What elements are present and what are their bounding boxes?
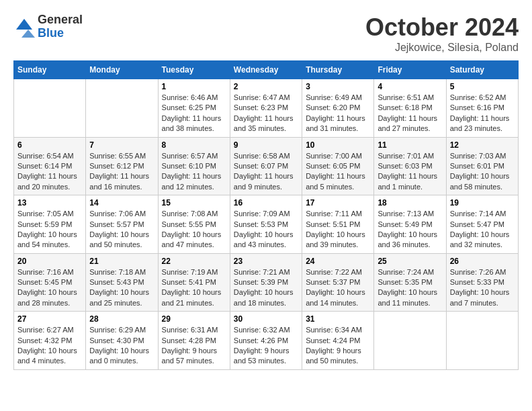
logo-icon <box>13 16 35 38</box>
calendar-cell: 9Sunrise: 6:58 AM Sunset: 6:07 PM Daylig… <box>230 137 302 195</box>
day-info: Sunrise: 6:52 AM Sunset: 6:16 PM Dayligh… <box>450 93 515 134</box>
day-of-week-header: Monday <box>86 61 158 79</box>
calendar-cell: 3Sunrise: 6:49 AM Sunset: 6:20 PM Daylig… <box>302 79 374 138</box>
svg-marker-0 <box>16 19 32 30</box>
calendar-cell: 29Sunrise: 6:31 AM Sunset: 4:28 PM Dayli… <box>158 312 230 370</box>
day-number: 20 <box>17 257 82 266</box>
page-header: General Blue October 2024 Jejkowice, Sil… <box>13 13 519 54</box>
day-info: Sunrise: 6:54 AM Sunset: 6:14 PM Dayligh… <box>17 151 82 193</box>
calendar-week-row: 1Sunrise: 6:46 AM Sunset: 6:25 PM Daylig… <box>14 79 519 138</box>
day-number: 31 <box>306 314 370 324</box>
calendar-header: SundayMondayTuesdayWednesdayThursdayFrid… <box>14 61 519 79</box>
day-number: 30 <box>234 314 298 324</box>
calendar-cell: 28Sunrise: 6:29 AM Sunset: 4:30 PM Dayli… <box>86 312 158 370</box>
calendar-cell <box>446 312 518 370</box>
calendar-cell <box>374 312 446 370</box>
day-info: Sunrise: 6:49 AM Sunset: 6:20 PM Dayligh… <box>306 93 370 134</box>
day-number: 27 <box>17 314 82 324</box>
day-number: 23 <box>234 257 298 266</box>
location: Jejkowice, Silesia, Poland <box>365 42 519 54</box>
logo: General Blue <box>13 13 83 40</box>
calendar-cell: 16Sunrise: 7:09 AM Sunset: 5:53 PM Dayli… <box>230 195 302 254</box>
day-number: 7 <box>89 140 154 150</box>
day-of-week-header: Wednesday <box>230 61 302 79</box>
day-info: Sunrise: 6:55 AM Sunset: 6:12 PM Dayligh… <box>89 151 154 193</box>
day-info: Sunrise: 7:09 AM Sunset: 5:53 PM Dayligh… <box>234 209 298 250</box>
calendar-cell: 22Sunrise: 7:19 AM Sunset: 5:41 PM Dayli… <box>158 253 230 312</box>
day-number: 15 <box>162 198 226 208</box>
calendar-cell: 14Sunrise: 7:06 AM Sunset: 5:57 PM Dayli… <box>86 195 158 254</box>
day-info: Sunrise: 7:06 AM Sunset: 5:57 PM Dayligh… <box>89 209 154 250</box>
calendar-cell: 19Sunrise: 7:14 AM Sunset: 5:47 PM Dayli… <box>446 195 518 254</box>
day-number: 29 <box>162 314 226 324</box>
calendar-table: SundayMondayTuesdayWednesdayThursdayFrid… <box>13 60 519 370</box>
day-info: Sunrise: 7:13 AM Sunset: 5:49 PM Dayligh… <box>378 209 442 250</box>
calendar-week-row: 20Sunrise: 7:16 AM Sunset: 5:45 PM Dayli… <box>14 253 519 312</box>
day-info: Sunrise: 6:46 AM Sunset: 6:25 PM Dayligh… <box>162 93 226 134</box>
day-number: 26 <box>450 257 515 266</box>
day-info: Sunrise: 7:19 AM Sunset: 5:41 PM Dayligh… <box>162 267 226 309</box>
calendar-week-row: 13Sunrise: 7:05 AM Sunset: 5:59 PM Dayli… <box>14 195 519 254</box>
day-info: Sunrise: 6:29 AM Sunset: 4:30 PM Dayligh… <box>89 325 154 367</box>
calendar-cell: 20Sunrise: 7:16 AM Sunset: 5:45 PM Dayli… <box>14 253 86 312</box>
calendar-week-row: 6Sunrise: 6:54 AM Sunset: 6:14 PM Daylig… <box>14 137 519 195</box>
calendar-cell: 31Sunrise: 6:34 AM Sunset: 4:24 PM Dayli… <box>302 312 374 370</box>
day-number: 11 <box>378 140 442 150</box>
day-info: Sunrise: 7:18 AM Sunset: 5:43 PM Dayligh… <box>89 267 154 309</box>
days-of-week-row: SundayMondayTuesdayWednesdayThursdayFrid… <box>14 61 519 79</box>
calendar-cell: 2Sunrise: 6:47 AM Sunset: 6:23 PM Daylig… <box>230 79 302 138</box>
title-block: October 2024 Jejkowice, Silesia, Poland <box>365 13 519 54</box>
calendar-cell: 30Sunrise: 6:32 AM Sunset: 4:26 PM Dayli… <box>230 312 302 370</box>
logo-blue-text: Blue <box>38 27 83 40</box>
logo-general-text: General <box>38 13 83 27</box>
calendar-cell: 6Sunrise: 6:54 AM Sunset: 6:14 PM Daylig… <box>14 137 86 195</box>
calendar-cell: 17Sunrise: 7:11 AM Sunset: 5:51 PM Dayli… <box>302 195 374 254</box>
day-number: 22 <box>162 257 226 266</box>
day-info: Sunrise: 6:51 AM Sunset: 6:18 PM Dayligh… <box>378 93 442 134</box>
day-info: Sunrise: 7:21 AM Sunset: 5:39 PM Dayligh… <box>234 267 298 309</box>
day-number: 25 <box>378 257 442 266</box>
day-info: Sunrise: 7:08 AM Sunset: 5:55 PM Dayligh… <box>162 209 226 250</box>
day-info: Sunrise: 7:16 AM Sunset: 5:45 PM Dayligh… <box>17 267 82 309</box>
day-info: Sunrise: 7:00 AM Sunset: 6:05 PM Dayligh… <box>306 151 370 193</box>
day-number: 21 <box>89 257 154 266</box>
day-number: 10 <box>306 140 370 150</box>
day-info: Sunrise: 6:32 AM Sunset: 4:26 PM Dayligh… <box>234 325 298 367</box>
calendar-cell: 24Sunrise: 7:22 AM Sunset: 5:37 PM Dayli… <box>302 253 374 312</box>
calendar-cell: 26Sunrise: 7:26 AM Sunset: 5:33 PM Dayli… <box>446 253 518 312</box>
day-of-week-header: Sunday <box>14 61 86 79</box>
day-of-week-header: Tuesday <box>158 61 230 79</box>
day-number: 3 <box>306 82 370 91</box>
calendar-cell: 4Sunrise: 6:51 AM Sunset: 6:18 PM Daylig… <box>374 79 446 138</box>
day-info: Sunrise: 6:47 AM Sunset: 6:23 PM Dayligh… <box>234 93 298 134</box>
day-info: Sunrise: 6:34 AM Sunset: 4:24 PM Dayligh… <box>306 325 370 367</box>
day-info: Sunrise: 7:05 AM Sunset: 5:59 PM Dayligh… <box>17 209 82 250</box>
calendar-cell: 12Sunrise: 7:03 AM Sunset: 6:01 PM Dayli… <box>446 137 518 195</box>
calendar-cell: 7Sunrise: 6:55 AM Sunset: 6:12 PM Daylig… <box>86 137 158 195</box>
day-number: 8 <box>162 140 226 150</box>
day-number: 17 <box>306 198 370 208</box>
day-number: 4 <box>378 82 442 91</box>
day-number: 19 <box>450 198 515 208</box>
day-of-week-header: Saturday <box>446 61 518 79</box>
day-number: 18 <box>378 198 442 208</box>
calendar-cell: 18Sunrise: 7:13 AM Sunset: 5:49 PM Dayli… <box>374 195 446 254</box>
month-title: October 2024 <box>365 13 519 42</box>
day-info: Sunrise: 6:57 AM Sunset: 6:10 PM Dayligh… <box>162 151 226 193</box>
day-info: Sunrise: 7:14 AM Sunset: 5:47 PM Dayligh… <box>450 209 515 250</box>
calendar-cell: 25Sunrise: 7:24 AM Sunset: 5:35 PM Dayli… <box>374 253 446 312</box>
day-of-week-header: Friday <box>374 61 446 79</box>
day-number: 9 <box>234 140 298 150</box>
calendar-cell: 1Sunrise: 6:46 AM Sunset: 6:25 PM Daylig… <box>158 79 230 138</box>
day-info: Sunrise: 7:22 AM Sunset: 5:37 PM Dayligh… <box>306 267 370 309</box>
calendar-cell: 5Sunrise: 6:52 AM Sunset: 6:16 PM Daylig… <box>446 79 518 138</box>
svg-marker-1 <box>21 30 35 38</box>
calendar-week-row: 27Sunrise: 6:27 AM Sunset: 4:32 PM Dayli… <box>14 312 519 370</box>
day-number: 5 <box>450 82 515 91</box>
day-number: 2 <box>234 82 298 91</box>
calendar-cell: 8Sunrise: 6:57 AM Sunset: 6:10 PM Daylig… <box>158 137 230 195</box>
day-number: 6 <box>17 140 82 150</box>
logo-text: General Blue <box>38 13 83 40</box>
day-number: 1 <box>162 82 226 91</box>
calendar-cell: 21Sunrise: 7:18 AM Sunset: 5:43 PM Dayli… <box>86 253 158 312</box>
